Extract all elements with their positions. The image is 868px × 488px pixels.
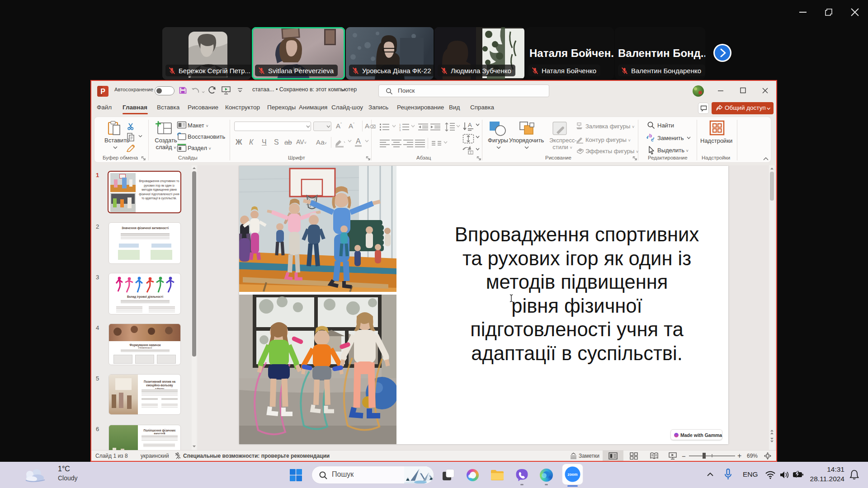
svg-text:c: c (651, 137, 654, 142)
svg-text:zoom: zoom (567, 472, 578, 477)
svg-text:P: P (100, 88, 105, 95)
svg-text:A: A (468, 122, 472, 128)
svg-text:3: 3 (399, 129, 401, 131)
